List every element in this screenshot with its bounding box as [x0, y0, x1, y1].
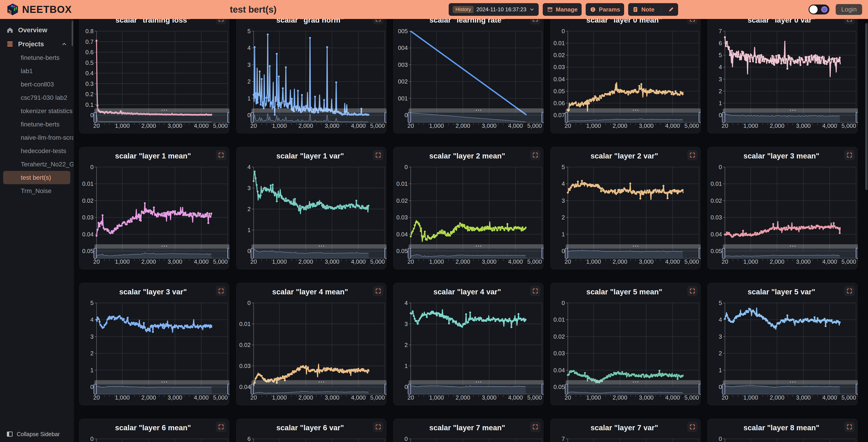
series-marker: [276, 200, 278, 202]
chart-plot-area[interactable]: 00.010.020.030.040.05201,0002,0003,0004,…: [551, 283, 701, 405]
series-marker: [286, 376, 288, 378]
edit-note-button[interactable]: [664, 3, 678, 16]
page-scrollbar-thumb[interactable]: [865, 23, 868, 190]
rangeslider-handle-right[interactable]: [856, 384, 858, 395]
page-scrollbar[interactable]: [865, 20, 868, 441]
rangeslider-handle-left[interactable]: [94, 112, 96, 123]
chart-plot-area[interactable]: 43210201,0002,0003,0004,0005,000: [237, 147, 386, 270]
chart-plot-area[interactable]: 00.010.020.030.040.050.060.07201,0002,00…: [551, 19, 701, 134]
rangeslider-handle-left[interactable]: [94, 248, 96, 259]
rangeslider-handle-left[interactable]: [722, 112, 725, 123]
series-marker: [747, 311, 749, 313]
sidebar-item-overview[interactable]: Overview: [0, 23, 73, 37]
expand-chart-button[interactable]: [373, 422, 383, 432]
rangeslider-handle-left[interactable]: [251, 112, 254, 123]
expand-chart-button[interactable]: [687, 19, 698, 24]
expand-chart-button[interactable]: [216, 150, 226, 160]
rangeslider-handle-right[interactable]: [542, 112, 544, 123]
rangeslider-handle-left[interactable]: [94, 384, 96, 395]
note-button[interactable]: Note: [628, 3, 658, 16]
expand-chart-button[interactable]: [373, 150, 383, 160]
rangeslider-handle-left[interactable]: [251, 248, 254, 259]
series-marker: [759, 62, 761, 64]
sidebar-project-item[interactable]: finetune-berts: [0, 117, 73, 131]
sidebar-project-item[interactable]: lab1: [0, 64, 73, 78]
dark-mode-toggle[interactable]: [809, 4, 829, 14]
rangeslider-handle-left[interactable]: [565, 384, 568, 395]
series-marker: [640, 190, 643, 192]
sidebar-project-item[interactable]: csc791-030 lab2: [0, 91, 73, 104]
rangeslider-handle-right[interactable]: [385, 112, 386, 123]
login-button[interactable]: Login: [836, 4, 862, 15]
rangeslider-band[interactable]: [94, 112, 229, 122]
sidebar-project-item[interactable]: tokenizer statistics llama...: [0, 104, 73, 117]
expand-chart-button[interactable]: [844, 422, 855, 432]
series-marker: [800, 228, 802, 230]
sidebar-project-item[interactable]: test bert(s): [3, 171, 70, 184]
chart-plot-area[interactable]: 00.010.020.030.040.05201,0002,0003,0004,…: [394, 147, 544, 270]
expand-chart-button[interactable]: [530, 286, 540, 296]
expand-chart-button[interactable]: [373, 286, 383, 296]
rangeslider-handle-left[interactable]: [722, 248, 725, 259]
rangeslider-handle-right[interactable]: [385, 248, 386, 259]
sidebar-scrollbar-thumb[interactable]: [72, 21, 73, 46]
expand-chart-button[interactable]: [530, 19, 540, 24]
rangeslider-handle-left[interactable]: [408, 248, 411, 259]
expand-chart-button[interactable]: [844, 19, 855, 24]
manage-button[interactable]: Manage: [543, 3, 582, 16]
series-marker: [438, 232, 440, 234]
expand-chart-button[interactable]: [844, 150, 855, 160]
chart-plot-area[interactable]: 76543210201,0002,0003,0004,0005,000: [708, 19, 858, 134]
expand-chart-button[interactable]: [687, 150, 698, 160]
sidebar-item-projects[interactable]: Projects: [0, 37, 73, 51]
rangeslider-handle-right[interactable]: [542, 248, 544, 259]
sidebar-project-item[interactable]: hedecoder-tests: [0, 144, 73, 158]
brand[interactable]: NEETBOX: [7, 0, 72, 19]
rangeslider-handle-left[interactable]: [408, 112, 411, 123]
sidebar-project-item[interactable]: Terahertz_No22_Gl261_gl...: [0, 158, 73, 171]
x-tick-label: 2,000: [456, 258, 470, 265]
expand-chart-button[interactable]: [530, 150, 540, 160]
rangeslider-handle-left[interactable]: [251, 384, 254, 395]
chart-plot-area[interactable]: 00.010.020.030.04201,0002,0003,0004,0005…: [237, 283, 386, 405]
rangeslider-handle-right[interactable]: [856, 112, 858, 123]
expand-chart-button[interactable]: [687, 286, 698, 296]
expand-chart-button[interactable]: [216, 422, 226, 432]
rangeslider-handle-right[interactable]: [228, 384, 229, 395]
sidebar-project-item[interactable]: Trm_Noise: [0, 184, 73, 198]
expand-chart-button[interactable]: [216, 19, 226, 24]
expand-chart-button[interactable]: [373, 19, 383, 24]
chart-plot-area[interactable]: 543210201,0002,0003,0004,0005,000: [708, 283, 858, 405]
rangeslider-handle-left[interactable]: [565, 248, 568, 259]
rangeslider-handle-right[interactable]: [228, 112, 229, 123]
rangeslider-handle-right[interactable]: [228, 248, 229, 259]
expand-chart-button[interactable]: [530, 422, 540, 432]
rangeslider-handle-right[interactable]: [385, 384, 386, 395]
chart-plot-area[interactable]: 00.010.020.030.040.05201,0002,0003,0004,…: [79, 147, 229, 270]
rangeslider-handle-left[interactable]: [722, 384, 725, 395]
chart-plot-area[interactable]: 543210201,0002,0003,0004,0005,000: [551, 147, 701, 270]
rangeslider-handle-right[interactable]: [699, 248, 701, 259]
rangeslider-handle-right[interactable]: [542, 384, 544, 395]
expand-chart-button[interactable]: [844, 286, 855, 296]
sidebar-project-item[interactable]: finetune-berts: [0, 51, 73, 64]
series-marker: [496, 229, 498, 231]
history-dropdown[interactable]: History 2024-11-10 16:37:23: [449, 3, 539, 16]
chart-plot-area[interactable]: 543210201,0002,0003,0004,0005,000: [237, 19, 386, 134]
rangeslider-handle-left[interactable]: [408, 384, 411, 395]
sidebar-project-item[interactable]: bert-conll03: [0, 78, 73, 91]
params-button[interactable]: Params: [586, 3, 624, 16]
chart-plot-area[interactable]: 0050040030020010201,0002,0003,0004,0005,…: [394, 19, 544, 134]
rangeslider-handle-right[interactable]: [699, 112, 701, 123]
chart-plot-area[interactable]: 543210201,0002,0003,0004,0005,000: [79, 283, 229, 405]
sidebar-project-item[interactable]: naive-llm-from-scratch: [0, 131, 73, 144]
chart-plot-area[interactable]: 00.010.020.030.040.05201,0002,0003,0004,…: [708, 147, 858, 270]
rangeslider-handle-left[interactable]: [565, 112, 568, 123]
chart-plot-area[interactable]: 43210201,0002,0003,0004,0005,000: [394, 283, 544, 405]
expand-chart-button[interactable]: [687, 422, 698, 432]
rangeslider-handle-right[interactable]: [856, 248, 858, 259]
rangeslider-handle-right[interactable]: [699, 384, 701, 395]
chart-plot-area[interactable]: 0.80.70.60.50.40.30.20.10201,0002,0003,0…: [79, 19, 229, 134]
expand-chart-button[interactable]: [216, 286, 226, 296]
collapse-sidebar-button[interactable]: Collapse Sidebar: [0, 429, 73, 440]
